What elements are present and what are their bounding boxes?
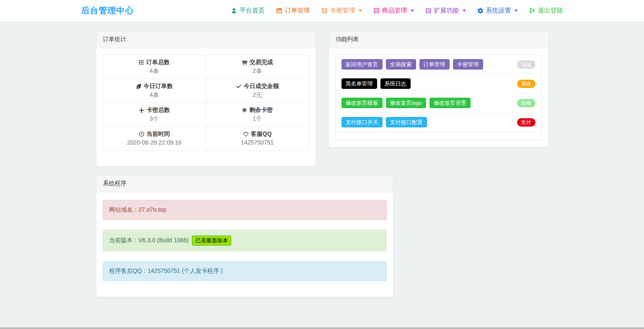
function-row: 支付接口开关支付接口配置支付: [336, 112, 541, 132]
latest-version-button[interactable]: 已是最新版本: [192, 236, 231, 246]
alert-text: 网站域名：27.o7o.top: [109, 206, 166, 214]
nav-item-settings[interactable]: 系统设置: [477, 7, 518, 15]
func-button[interactable]: 系统日志: [380, 78, 411, 89]
nav-item-label: 商品管理: [382, 7, 407, 15]
horizontal-scrollbar[interactable]: [0, 327, 644, 329]
caret-down-icon: [463, 10, 466, 12]
stat-label: 交易完成: [208, 58, 307, 67]
function-box: 返回用户首页全局搜索订单管理卡密管理快捷黑名单管理系统日志系统修改首页模板修改首…: [335, 54, 542, 140]
system-program-card: 系统程序 网站域名：27.o7o.top当前版本：V6.3.0 (Build 1…: [96, 175, 393, 297]
system-program-header: 系统程序: [96, 175, 393, 192]
func-button[interactable]: 卡密管理: [453, 59, 483, 70]
caret-down-icon: [515, 10, 518, 12]
grid-icon: [139, 60, 144, 65]
navbar-inner: 后台管理中心 平台首页订单管理卡密管理商品管理扩展功能系统设置退出登陆: [81, 0, 563, 21]
func-button[interactable]: 返回用户首页: [341, 59, 383, 70]
alert-success: 当前版本：V6.3.0 (Build 1066)已是最新版本: [103, 230, 387, 251]
stat-label-text: 当前时间: [147, 130, 170, 138]
alert-text: 程序售后QQ：1425750751 (个人发卡程序 ): [109, 267, 223, 275]
func-button[interactable]: 全局搜索: [386, 59, 416, 70]
navbar: 后台管理中心 平台首页订单管理卡密管理商品管理扩展功能系统设置退出登陆: [0, 0, 644, 22]
stat-label-text: 今日订单数: [144, 82, 173, 91]
stat-label: 当前时间: [105, 130, 204, 138]
stat-cell: 当前时间2020-08-28 22:09:16: [103, 127, 206, 150]
system-program-title: 系统程序: [103, 180, 127, 187]
nav-item-extensions[interactable]: 扩展功能: [425, 7, 466, 15]
stat-label-text: 客服QQ: [251, 130, 272, 138]
stat-label: 今日订单数: [105, 82, 204, 91]
system-program-body: 网站域名：27.o7o.top当前版本：V6.3.0 (Build 1066)已…: [96, 192, 393, 297]
function-row: 修改首页模板修改首页logo修改首页背景装修: [336, 93, 541, 112]
func-button[interactable]: 订单管理: [419, 59, 450, 70]
stat-label-text: 交易完成: [250, 58, 273, 67]
stat-value: 2元: [208, 91, 307, 99]
stat-label-text: 剩余卡密: [249, 106, 273, 114]
nav-item-cards[interactable]: 卡密管理: [321, 7, 362, 15]
check-icon: [236, 83, 242, 89]
stats-row: 今日订单数4条今日成交金额2元: [103, 79, 309, 103]
func-button[interactable]: 支付接口配置: [386, 117, 427, 127]
nav-menu: 平台首页订单管理卡密管理商品管理扩展功能系统设置退出登陆: [231, 7, 563, 15]
nav-item-label: 系统设置: [486, 7, 511, 15]
stat-label: 订单总数: [105, 58, 204, 67]
function-row: 黑名单管理系统日志系统: [336, 74, 541, 93]
func-button[interactable]: 修改首页模板: [341, 98, 383, 108]
caret-down-icon: [411, 10, 414, 12]
row-badge: 支付: [517, 118, 535, 127]
plane-icon: [139, 107, 145, 113]
user-icon: [231, 8, 237, 14]
function-buttons: 黑名单管理系统日志: [341, 78, 411, 89]
func-button[interactable]: 黑名单管理: [341, 78, 377, 89]
order-stats-card: 订单统计 订单总数4条交易完成2条今日订单数4条今日成交金额2元卡密总数3个剩余…: [96, 31, 316, 166]
order-stats-title: 订单统计: [103, 36, 127, 42]
function-row: 返回用户首页全局搜索订单管理卡密管理快捷: [336, 55, 541, 74]
nav-item-label: 平台首页: [240, 7, 265, 15]
function-list-header: 功能列表: [329, 31, 548, 48]
stat-label: 客服QQ: [208, 130, 307, 138]
func-button[interactable]: 修改首页背景: [429, 98, 471, 108]
stat-value: 2020-08-28 22:09:16: [105, 138, 204, 147]
stat-label: 卡密总数: [105, 106, 204, 114]
stat-cell: 卡密总数3个: [103, 103, 206, 127]
row-badge: 快捷: [517, 60, 535, 69]
signout-icon: [529, 8, 535, 14]
row-badge: 系统: [517, 80, 535, 88]
stat-cell: 客服QQ1425750751: [206, 127, 309, 150]
stat-value: 1425750751: [208, 138, 307, 147]
calendar-icon: [276, 8, 282, 14]
nav-item-label: 扩展功能: [434, 7, 459, 15]
stats-row: 卡密总数3个剩余卡密1个: [103, 103, 309, 127]
func-button[interactable]: 支付接口开关: [341, 117, 383, 127]
function-buttons: 修改首页模板修改首页logo修改首页背景: [341, 98, 471, 108]
alert-text: 当前版本：V6.3.0 (Build 1066): [109, 237, 189, 244]
stat-value: 3个: [105, 114, 204, 123]
stat-cell: 剩余卡密1个: [206, 103, 309, 127]
stat-value: 2条: [208, 67, 307, 75]
nav-item-orders[interactable]: 订单管理: [276, 7, 310, 15]
nav-item-logout[interactable]: 退出登陆: [529, 7, 563, 15]
stat-label: 剩余卡密: [208, 106, 307, 114]
nav-item-label: 卡密管理: [330, 7, 355, 15]
nav-item-label: 订单管理: [285, 7, 310, 15]
stats-row: 订单总数4条交易完成2条: [103, 55, 309, 79]
nav-item-home[interactable]: 平台首页: [231, 7, 265, 15]
alert-info: 程序售后QQ：1425750751 (个人发卡程序 ): [103, 261, 387, 281]
stat-label-text: 订单总数: [146, 58, 170, 67]
function-list-title: 功能列表: [336, 36, 359, 42]
stat-label-text: 今日成交金额: [244, 82, 279, 91]
stat-cell: 今日订单数4条: [103, 79, 206, 103]
app-title: 后台管理中心: [81, 5, 134, 16]
gear-icon: [477, 8, 484, 14]
order-stats-header: 订单统计: [96, 31, 316, 48]
function-buttons: 返回用户首页全局搜索订单管理卡密管理: [341, 59, 483, 70]
stats-table: 订单总数4条交易完成2条今日订单数4条今日成交金额2元卡密总数3个剩余卡密1个当…: [103, 54, 309, 150]
function-list-body: 返回用户首页全局搜索订单管理卡密管理快捷黑名单管理系统日志系统修改首页模板修改首…: [329, 48, 548, 147]
function-buttons: 支付接口开关支付接口配置: [341, 117, 427, 127]
leaf-icon: [136, 83, 142, 89]
nav-item-products[interactable]: 商品管理: [373, 7, 414, 15]
func-button[interactable]: 修改首页logo: [386, 98, 427, 108]
top-row: 订单统计 订单总数4条交易完成2条今日订单数4条今日成交金额2元卡密总数3个剩余…: [96, 31, 548, 166]
heart-icon: [243, 131, 249, 137]
alert-danger: 网站域名：27.o7o.top: [103, 200, 387, 220]
stat-cell: 订单总数4条: [103, 55, 206, 79]
